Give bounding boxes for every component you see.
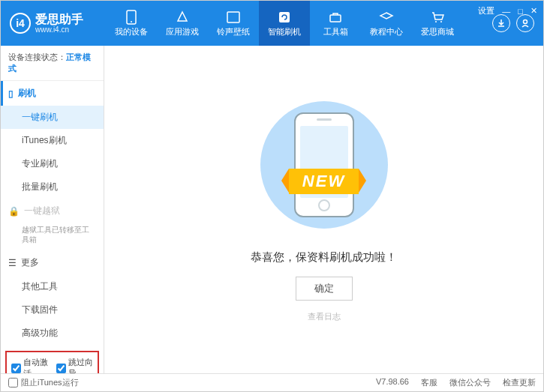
connection-status: 设备连接状态：正常模式 bbox=[1, 46, 104, 81]
view-log-link[interactable]: 查看日志 bbox=[308, 311, 341, 322]
sidebar-section-jailbreak: 🔒 一键越狱 bbox=[1, 199, 104, 223]
nav-label: 我的设备 bbox=[115, 26, 148, 37]
nav-label: 智能刷机 bbox=[268, 26, 301, 37]
menu-icon: ☰ bbox=[8, 258, 17, 268]
success-message: 恭喜您，保资料刷机成功啦！ bbox=[251, 250, 397, 265]
svg-rect-2 bbox=[227, 12, 239, 22]
nav-label: 爱思商城 bbox=[421, 26, 454, 37]
service-link[interactable]: 客服 bbox=[421, 377, 437, 388]
sidebar-item-oneclick-flash[interactable]: 一键刷机 bbox=[1, 106, 104, 129]
close-icon[interactable]: ✕ bbox=[530, 6, 537, 16]
svg-rect-3 bbox=[279, 12, 290, 22]
phone-icon: ▯ bbox=[8, 88, 14, 99]
sidebar-item-other-tools[interactable]: 其他工具 bbox=[1, 275, 104, 298]
sidebar-item-pro-flash[interactable]: 专业刷机 bbox=[1, 152, 104, 175]
lock-icon: 🔒 bbox=[8, 206, 20, 217]
success-illustration: NEW bbox=[257, 97, 392, 232]
nav-label: 教程中心 bbox=[370, 26, 403, 37]
phone-icon bbox=[124, 10, 139, 25]
sidebar: 设备连接状态：正常模式 ▯ 刷机 一键刷机 iTunes刷机 专业刷机 批量刷机… bbox=[1, 46, 104, 373]
auto-activate-checkbox[interactable]: 自动激活 bbox=[11, 357, 49, 373]
wallpaper-icon bbox=[226, 10, 241, 25]
wechat-link[interactable]: 微信公众号 bbox=[449, 377, 491, 388]
nav-label: 工具箱 bbox=[323, 26, 348, 37]
sidebar-item-advanced[interactable]: 高级功能 bbox=[1, 322, 104, 345]
nav-tutorial[interactable]: 教程中心 bbox=[361, 1, 412, 46]
update-link[interactable]: 检查更新 bbox=[503, 377, 536, 388]
nav-label: 铃声壁纸 bbox=[217, 26, 250, 37]
statusbar: 阻止iTunes运行 V7.98.66 客服 微信公众号 检查更新 bbox=[1, 373, 543, 391]
app-name: 爱思助手 bbox=[35, 13, 83, 25]
nav-label: 应用游戏 bbox=[166, 26, 199, 37]
nav-store[interactable]: 爱思商城 bbox=[412, 1, 463, 46]
refresh-icon bbox=[277, 10, 292, 25]
block-itunes-checkbox[interactable]: 阻止iTunes运行 bbox=[8, 377, 79, 388]
logo-area: i4 爱思助手 www.i4.cn bbox=[1, 13, 106, 34]
download-button[interactable] bbox=[492, 14, 510, 32]
graduation-icon bbox=[379, 10, 394, 25]
window-controls: 设置 — □ ✕ bbox=[478, 5, 537, 16]
svg-point-5 bbox=[435, 21, 437, 22]
svg-rect-4 bbox=[330, 15, 341, 22]
titlebar-right-icons bbox=[486, 14, 543, 32]
jailbreak-note: 越狱工具已转移至工具箱 bbox=[1, 223, 104, 250]
nav-apps[interactable]: 应用游戏 bbox=[157, 1, 208, 46]
cart-icon bbox=[430, 10, 445, 25]
skip-guide-checkbox[interactable]: 跳过向导 bbox=[56, 357, 94, 373]
minimize-icon[interactable]: — bbox=[502, 7, 510, 16]
svg-point-1 bbox=[131, 21, 132, 22]
sidebar-section-flash[interactable]: ▯ 刷机 bbox=[1, 81, 104, 106]
nav-my-device[interactable]: 我的设备 bbox=[106, 1, 157, 46]
sidebar-section-more[interactable]: ☰ 更多 bbox=[1, 250, 104, 275]
nav-toolbox[interactable]: 工具箱 bbox=[310, 1, 361, 46]
nav-flash[interactable]: 智能刷机 bbox=[259, 1, 310, 46]
svg-point-6 bbox=[440, 21, 442, 22]
titlebar: i4 爱思助手 www.i4.cn 我的设备 应用游戏 铃声壁纸 智能刷机 工具… bbox=[1, 1, 543, 46]
sidebar-item-batch-flash[interactable]: 批量刷机 bbox=[1, 175, 104, 199]
sidebar-item-itunes-flash[interactable]: iTunes刷机 bbox=[1, 129, 104, 152]
toolbox-icon bbox=[328, 10, 343, 25]
apps-icon bbox=[175, 10, 190, 25]
maximize-icon[interactable]: □ bbox=[518, 7, 523, 16]
main-content: NEW 恭喜您，保资料刷机成功啦！ 确定 查看日志 bbox=[104, 46, 543, 373]
new-banner: NEW bbox=[289, 169, 359, 194]
nav-ringtone[interactable]: 铃声壁纸 bbox=[208, 1, 259, 46]
settings-link[interactable]: 设置 bbox=[478, 5, 494, 16]
sidebar-item-download-firmware[interactable]: 下载固件 bbox=[1, 298, 104, 322]
logo-icon: i4 bbox=[10, 13, 31, 34]
user-button[interactable] bbox=[516, 14, 534, 32]
main-nav: 我的设备 应用游戏 铃声壁纸 智能刷机 工具箱 教程中心 爱思商城 bbox=[106, 1, 486, 46]
version-label: V7.98.66 bbox=[376, 377, 409, 388]
app-url: www.i4.cn bbox=[35, 25, 83, 34]
svg-point-7 bbox=[524, 20, 527, 24]
options-highlight-box: 自动激活 跳过向导 bbox=[5, 351, 99, 373]
confirm-button[interactable]: 确定 bbox=[296, 277, 353, 301]
